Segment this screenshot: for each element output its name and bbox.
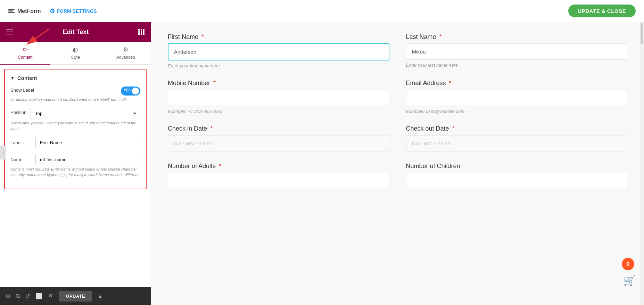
checkout-input-wrapper[interactable]: DD - MM - YYYY	[406, 135, 628, 151]
form-grid: First Name * Enter your first name here …	[168, 33, 627, 189]
position-select[interactable]: Top Left Right	[31, 108, 140, 119]
position-select-row: Position Top Left Right	[10, 108, 140, 119]
first-name-input[interactable]	[168, 44, 389, 60]
scroll-thumb	[641, 23, 643, 44]
name-field-row: Name Name is must required. Enter name w…	[10, 154, 140, 178]
history-toolbar-icon[interactable]: ↺	[25, 293, 30, 299]
first-name-hint: Enter your first name here	[168, 63, 389, 68]
mobile-required: *	[213, 80, 216, 86]
label-field-row: Label :	[10, 137, 140, 148]
hamburger-icon[interactable]	[6, 30, 13, 34]
adults-required: *	[219, 163, 221, 170]
show-label-desc: for adding label on input turn it on. Do…	[10, 97, 140, 102]
show-label-label: Show Label	[10, 88, 34, 93]
pencil-icon: ✏	[23, 46, 28, 53]
last-name-input-wrapper[interactable]	[406, 43, 628, 60]
email-label: Email Address *	[406, 80, 628, 87]
mobile-label: Mobile Number *	[168, 80, 389, 87]
adults-label: Number of Adults *	[168, 163, 389, 170]
checkout-required: *	[452, 125, 455, 132]
toggle-yes-text: YES	[124, 88, 131, 92]
first-name-label: First Name *	[168, 33, 389, 41]
label-input[interactable]	[35, 137, 140, 148]
field-last-name: Last Name * Enter your last name here	[406, 33, 628, 68]
name-input[interactable]	[35, 154, 140, 165]
children-input-wrapper[interactable]	[406, 173, 628, 189]
name-field-desc: Name is must required. Enter name withou…	[10, 167, 140, 178]
tab-content-label: Content	[18, 55, 32, 60]
adults-input[interactable]	[168, 173, 389, 189]
mobile-input-wrapper[interactable]	[168, 90, 389, 106]
tab-advanced-label: Advanced	[116, 55, 135, 60]
section-title: Content	[17, 75, 37, 81]
right-scrollbar[interactable]	[640, 22, 644, 305]
basket-icon[interactable]: 🛒	[624, 275, 636, 286]
name-input-row: Name	[10, 154, 140, 165]
tab-advanced[interactable]: ⚙ Advanced	[100, 42, 151, 64]
last-name-required: *	[439, 33, 442, 40]
left-panel: Edit Text ✏ Content ◐ Style ⚙ Advanced	[0, 22, 151, 305]
show-label-row: Show Label YES for adding label on input…	[10, 86, 140, 102]
field-children: Number of Children	[406, 163, 628, 189]
badge-count: 0	[622, 258, 634, 270]
children-input[interactable]	[406, 173, 627, 189]
position-label: Position	[10, 110, 26, 115]
position-row: Position Top Left Right Select label pos…	[10, 108, 140, 131]
last-name-input[interactable]	[406, 44, 627, 59]
field-mobile: Mobile Number * Example: +1 212-695-1962	[168, 80, 389, 114]
email-input[interactable]	[406, 90, 627, 106]
tab-content[interactable]: ✏ Content	[0, 42, 50, 65]
last-name-hint: Enter your last name here	[406, 63, 628, 68]
update-button[interactable]: UPDATE	[59, 291, 92, 302]
label-input-row: Label :	[10, 137, 140, 148]
collapse-handle[interactable]: ‹	[0, 146, 6, 159]
logo-text: MetForm	[17, 8, 41, 14]
eye-toolbar-icon[interactable]: 👁	[48, 293, 53, 299]
toggle-slider: YES	[121, 86, 140, 96]
checkin-required: *	[210, 125, 213, 132]
position-desc: Select label position. where you want to…	[10, 121, 140, 131]
field-adults: Number of Adults *	[168, 163, 389, 189]
checkout-label: Check out Date *	[406, 125, 628, 132]
top-bar: MetForm ⚙ FORM SETTINGS UPDATE & CLOSE	[0, 0, 644, 22]
panel-tabs: ✏ Content ◐ Style ⚙ Advanced	[0, 42, 151, 65]
name-field-label: Name	[10, 157, 31, 162]
content-section: ▼ Content Show Label YES for ad	[4, 69, 147, 189]
update-close-button[interactable]: UPDATE & CLOSE	[568, 5, 636, 17]
last-name-label: Last Name *	[406, 33, 628, 41]
settings-toolbar-icon[interactable]: ⚙	[6, 293, 10, 299]
field-checkout: Check out Date * DD - MM - YYYY	[406, 125, 628, 151]
field-first-name: First Name * Enter your first name here	[168, 33, 389, 68]
checkin-label: Check in Date *	[168, 125, 389, 132]
email-hint: Example: user@website.com	[406, 109, 628, 114]
metform-logo-icon	[8, 9, 15, 13]
top-bar-left: MetForm ⚙ FORM SETTINGS	[8, 7, 97, 15]
first-name-input-wrapper[interactable]	[168, 43, 389, 60]
show-label-toggle[interactable]: YES	[121, 86, 140, 96]
first-name-required: *	[201, 33, 204, 40]
mobile-hint: Example: +1 212-695-1962	[168, 109, 389, 114]
tab-style-label: Style	[71, 55, 80, 60]
section-arrow-icon: ▼	[10, 76, 15, 81]
right-content: First Name * Enter your first name here …	[151, 22, 644, 305]
grid-icon[interactable]	[138, 29, 145, 35]
main-layout: Edit Text ✏ Content ◐ Style ⚙ Advanced	[0, 22, 644, 305]
duplicate-toolbar-icon[interactable]: ⬜	[35, 293, 42, 299]
form-settings-button[interactable]: ⚙ FORM SETTINGS	[49, 7, 97, 15]
panel-content: ▼ Content Show Label YES for ad	[0, 65, 151, 287]
advanced-icon: ⚙	[123, 46, 129, 53]
tab-style[interactable]: ◐ Style	[50, 42, 101, 64]
label-field-label: Label :	[10, 140, 31, 145]
section-header: ▼ Content	[10, 75, 140, 81]
panel-header: Edit Text	[0, 22, 151, 42]
email-required: *	[449, 80, 452, 86]
email-input-wrapper[interactable]	[406, 90, 628, 106]
panel-title: Edit Text	[63, 28, 89, 36]
gear-icon: ⚙	[49, 7, 55, 15]
toolbar-arrow-icon[interactable]: ▲	[98, 293, 102, 299]
children-label: Number of Children	[406, 163, 628, 170]
adults-input-wrapper[interactable]	[168, 173, 389, 189]
mobile-input[interactable]	[168, 90, 389, 106]
checkin-input-wrapper[interactable]: DD - MM - YYYY	[168, 135, 389, 151]
layers-toolbar-icon[interactable]: ⧉	[16, 293, 20, 299]
